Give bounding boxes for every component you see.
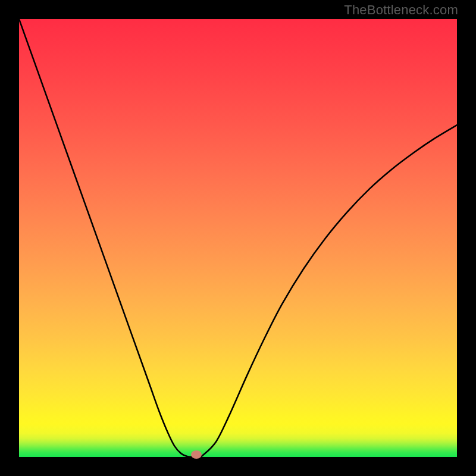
plot-background <box>19 19 457 457</box>
optimal-point-marker <box>191 450 202 459</box>
bottleneck-curve <box>19 19 457 457</box>
watermark-text: TheBottleneck.com <box>344 2 458 18</box>
chart-frame: TheBottleneck.com <box>0 0 476 476</box>
